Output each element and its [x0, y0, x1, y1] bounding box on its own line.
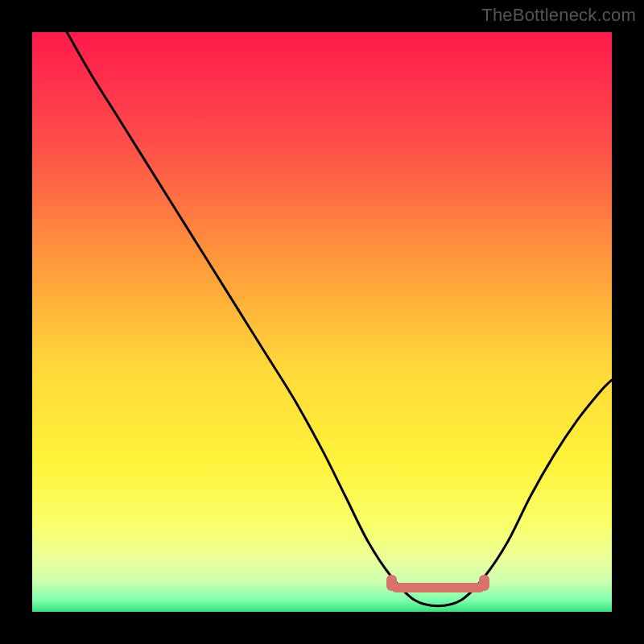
chart-frame: TheBottleneck.com: [0, 0, 644, 644]
svg-rect-0: [32, 32, 612, 612]
optimal-range-end-marker: [479, 575, 489, 591]
watermark-text: TheBottleneck.com: [481, 5, 636, 26]
plot-area: [32, 32, 612, 612]
background-gradient: [32, 32, 612, 612]
optimal-range-bar: [391, 583, 484, 592]
